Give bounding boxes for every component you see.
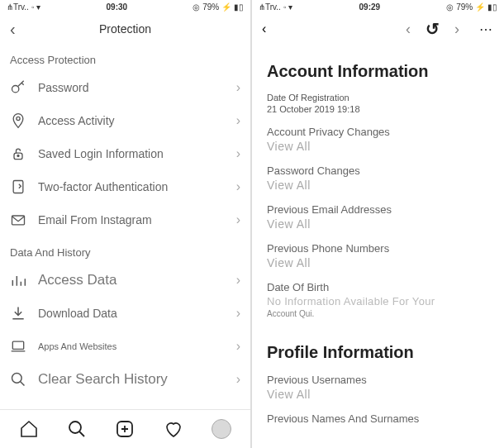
section-password-changes: Password Changes [267, 164, 489, 177]
battery: ◎ 79% ⚡ [446, 2, 485, 12]
wifi-icon: ◦ ▾ [31, 2, 40, 12]
header-right: ‹ ‹ ↺ › ⋯ [252, 14, 504, 44]
key-icon [10, 79, 26, 96]
status-bar-left: ⋔Trv..◦ ▾ 09:30 ◎ 79% ⚡▮▯ [0, 0, 250, 14]
bottom-nav [0, 409, 250, 448]
page-title: Protection [99, 22, 151, 36]
row-label: Download Data [38, 307, 225, 320]
view-all-link[interactable]: View All [267, 256, 489, 269]
row-label: Clear Search History [38, 371, 225, 388]
row-password[interactable]: Password › [0, 71, 250, 104]
section-data-history: Data And History [0, 236, 250, 264]
no-info-text: No Information Available For Your [267, 295, 489, 307]
chevron-right-icon: › [236, 212, 240, 227]
bars-icon [10, 272, 26, 288]
row-label: Two-factor Authentication [38, 180, 225, 193]
search-icon[interactable] [66, 418, 88, 440]
chevron-right-icon: › [236, 146, 240, 161]
account-qui: Account Qui. [267, 309, 489, 318]
back-icon[interactable]: ‹ [10, 20, 16, 39]
chevron-right-icon: › [236, 179, 240, 194]
add-icon[interactable] [114, 418, 136, 440]
view-all-link[interactable]: View All [267, 179, 489, 192]
row-access-activity[interactable]: Access Activity › [0, 104, 250, 137]
nav-back-icon[interactable]: ‹ [406, 21, 411, 38]
battery-icon: ▮▯ [487, 2, 497, 12]
svg-rect-5 [12, 216, 25, 225]
row-two-factor[interactable]: Two-factor Authentication › [0, 170, 250, 203]
row-clear-search[interactable]: Clear Search History › [0, 363, 250, 396]
row-apps-websites[interactable]: Apps And Websites › [0, 330, 250, 363]
mail-icon [10, 212, 26, 228]
chevron-right-icon: › [236, 339, 240, 354]
section-previous-emails: Previous Email Addresses [267, 203, 489, 216]
profile-avatar[interactable] [211, 418, 232, 440]
section-access-protection: Access Protection [0, 44, 250, 71]
row-label: Access Activity [38, 114, 225, 127]
row-label: Access Data [38, 272, 225, 288]
more-icon[interactable]: ⋯ [479, 21, 494, 37]
carrier: ⋔Trv.. [7, 2, 29, 12]
battery-icon: ▮▯ [234, 2, 244, 12]
svg-rect-4 [13, 181, 23, 193]
label-date-registration: Date Of Registration [267, 93, 489, 102]
svg-rect-6 [12, 341, 23, 349]
back-icon[interactable]: ‹ [262, 21, 266, 36]
status-bar-right: ⋔Trv..◦ ▾ 09:29 ◎ 79% ⚡▮▯ [252, 0, 504, 14]
svg-point-7 [12, 374, 22, 384]
value-date-registration: 21 October 2019 19:18 [267, 104, 489, 114]
row-label: Password [38, 81, 225, 94]
home-icon[interactable] [18, 418, 40, 440]
laptop-icon [10, 338, 26, 355]
svg-point-3 [17, 155, 19, 157]
svg-point-0 [12, 86, 19, 93]
chevron-right-icon: › [236, 113, 240, 128]
row-email-instagram[interactable]: Email From Instagram › [0, 203, 250, 236]
carrier: ⋔Trv.. [259, 2, 281, 12]
refresh-icon[interactable]: ↺ [426, 19, 440, 39]
pin-icon [10, 112, 26, 129]
battery: ◎ 79% ⚡ [193, 2, 231, 12]
chevron-right-icon: › [236, 372, 240, 387]
device-icon [10, 179, 26, 195]
svg-point-8 [69, 422, 81, 433]
row-saved-login[interactable]: Saved Login Information › [0, 137, 250, 170]
heart-icon[interactable] [163, 418, 184, 440]
view-all-link[interactable]: View All [267, 388, 489, 401]
nav-forward-icon[interactable]: › [454, 21, 459, 38]
clock: 09:29 [359, 2, 381, 12]
search-icon [10, 371, 26, 388]
heading-profile-info: Profile Information [267, 343, 489, 362]
section-previous-phones: Previous Phone Numbers [267, 242, 489, 255]
row-download-data[interactable]: Download Data › [0, 297, 250, 330]
download-icon [10, 305, 26, 322]
section-previous-usernames: Previous Usernames [267, 374, 489, 386]
clock: 09:30 [107, 2, 128, 12]
header-left: ‹ Protection [0, 14, 250, 44]
chevron-right-icon: › [236, 273, 240, 288]
view-all-link[interactable]: View All [267, 140, 489, 153]
section-previous-names: Previous Names And Surnames [267, 412, 489, 425]
row-label: Apps And Websites [38, 341, 225, 351]
wifi-icon: ◦ ▾ [283, 2, 292, 12]
section-privacy-changes: Account Privacy Changes [267, 126, 489, 138]
section-dob: Date Of Birth [267, 281, 489, 293]
chevron-right-icon: › [236, 80, 240, 95]
row-access-data[interactable]: Access Data › [0, 264, 250, 297]
view-all-link[interactable]: View All [267, 217, 489, 231]
row-label: Email From Instagram [38, 213, 225, 226]
row-label: Saved Login Information [38, 147, 225, 160]
lock-icon [10, 145, 26, 162]
heading-account-info: Account Information [267, 62, 489, 81]
svg-point-1 [17, 117, 20, 120]
chevron-right-icon: › [236, 306, 240, 321]
